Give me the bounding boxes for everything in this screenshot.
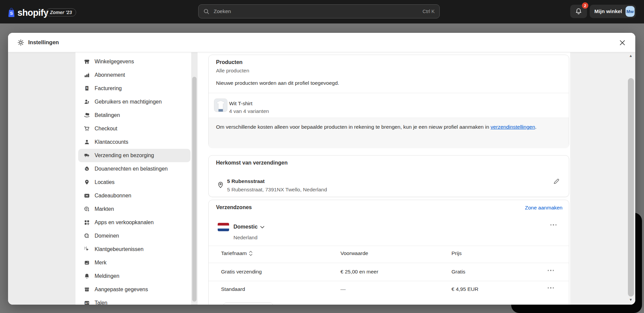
- sidebar-item-checkout[interactable]: Checkout: [78, 122, 191, 135]
- sidebar-item-customer-accounts[interactable]: Klantaccounts: [78, 135, 191, 149]
- rate-price-cell: € 4,95 EUR: [451, 286, 478, 292]
- sidebar-item-label: Merk: [95, 260, 107, 266]
- create-zone-link[interactable]: Zone aanmaken: [525, 205, 562, 211]
- product-variants: 4 van 4 varianten: [229, 108, 269, 114]
- svg-text:$: $: [86, 86, 88, 89]
- sidebar-item-store-details[interactable]: Winkelgegevens: [78, 55, 191, 68]
- shopify-wordmark: shopify: [17, 8, 48, 18]
- sidebar-item-label: Winkelgegevens: [95, 59, 134, 65]
- scroll-up-icon[interactable]: ▲: [629, 54, 633, 58]
- top-bar: S shopify Zomer '23 Ctrl K 2: [0, 0, 644, 23]
- shipping-settings-link[interactable]: verzendinstellingen: [491, 124, 535, 130]
- chevron-down-icon: [260, 226, 264, 229]
- shipping-zones-card: Verzendzones Zone aanmaken Domestic Nede…: [208, 200, 569, 305]
- settings-modal: Instellingen Winkelgegevens Ab: [8, 33, 635, 305]
- sidebar-item-label: Markten: [95, 206, 114, 212]
- sidebar-item-apps-channels[interactable]: Apps en verkoopkanalen: [78, 216, 191, 229]
- sidebar-item-duties-taxes[interactable]: % Douanerechten en belastingen: [78, 162, 191, 176]
- sidebar-item-notifications[interactable]: Meldingen: [78, 269, 191, 283]
- product-thumbnail: [214, 99, 227, 112]
- sidebar-item-label: Verzending en bezorging: [95, 152, 154, 159]
- origin-location-name: 5 Rubensstraat: [227, 178, 265, 184]
- sidebar-item-label: Meldingen: [95, 273, 119, 279]
- notifications-button[interactable]: 2: [570, 5, 587, 18]
- sort-icon: [249, 251, 253, 256]
- search-icon: [203, 8, 210, 15]
- global-search[interactable]: Ctrl K: [198, 4, 440, 18]
- products-note: Nieuwe producten worden aan dit profiel …: [216, 80, 339, 86]
- brand-image-icon: [84, 260, 90, 266]
- rate-condition-cell: € 25,00 en meer: [340, 269, 378, 275]
- rate-more-menu-icon[interactable]: [546, 286, 555, 290]
- zone-name-toggle[interactable]: Domestic: [233, 224, 264, 230]
- edit-origin-pencil-icon[interactable]: [553, 178, 560, 186]
- zone-region: Nederland: [233, 235, 258, 241]
- origin-card-title: Herkomst van verzendingen: [216, 160, 287, 166]
- search-input[interactable]: [213, 8, 423, 15]
- column-header-rate-name[interactable]: Tariefnaam: [221, 250, 253, 256]
- sidebar-item-label: Locaties: [95, 179, 115, 185]
- search-shortcut: Ctrl K: [423, 9, 435, 14]
- sidebar-item-markets[interactable]: $ Markten: [78, 202, 191, 216]
- plan-steps-icon: [84, 72, 90, 78]
- sidebar-item-custom-data[interactable]: Aangepaste gegevens: [78, 283, 191, 296]
- sidebar-item-users-permissions[interactable]: Gebruikers en machtigingen: [78, 95, 191, 109]
- version-badge: Zomer '23: [46, 8, 76, 16]
- products-card-title: Producten: [216, 59, 243, 65]
- store-menu-button[interactable]: Mijn winkel Mw: [590, 5, 636, 18]
- sidebar-item-shipping-delivery[interactable]: Verzending en bezorging: [78, 149, 191, 162]
- person-icon: [84, 139, 90, 145]
- origin-location-address: 5 Rubensstraat, 7391NX Twello, Nederland: [227, 187, 327, 193]
- sidebar-item-brand[interactable]: Merk: [78, 256, 191, 269]
- users-key-icon: [84, 99, 90, 105]
- settings-modal-body: Winkelgegevens Abonnement $ Facturering …: [8, 52, 635, 305]
- close-icon[interactable]: [617, 38, 627, 48]
- column-header-price: Prijs: [451, 250, 462, 256]
- rate-more-menu-icon[interactable]: [546, 268, 555, 272]
- billing-icon: $: [84, 85, 90, 91]
- location-pin-icon: [84, 179, 90, 185]
- truck-icon: [84, 152, 90, 159]
- notification-count-badge: 2: [582, 2, 588, 9]
- languages-icon: A: [84, 300, 90, 305]
- sidebar-item-plan[interactable]: Abonnement: [78, 68, 191, 82]
- zone-more-menu-icon[interactable]: [549, 223, 558, 227]
- sidebar-item-label: Cadeaubonnen: [95, 193, 131, 199]
- sidebar-item-gift-cards[interactable]: Cadeaubonnen: [78, 189, 191, 202]
- sidebar-item-payments[interactable]: Betalingen: [78, 109, 191, 122]
- add-rate-button-partial[interactable]: [223, 303, 273, 305]
- left-gutter: [8, 52, 75, 305]
- sidebar-item-locations[interactable]: Locaties: [78, 176, 191, 189]
- store-icon: [84, 59, 90, 65]
- footer-note-text: Om verschillende kosten alleen voor bepa…: [216, 124, 491, 130]
- markets-globe-icon: $: [84, 206, 90, 212]
- sidebar-item-label: Betalingen: [95, 112, 120, 118]
- shipping-origin-card: Herkomst van verzendingen 5 Rubensstraat…: [208, 155, 569, 197]
- sidebar-item-languages[interactable]: A Talen: [78, 296, 191, 305]
- sidebar-item-customer-events[interactable]: Klantgebeurtenissen: [78, 243, 191, 256]
- sidebar-item-label: Klantaccounts: [95, 139, 128, 145]
- main-scrollbar-thumb[interactable]: [628, 78, 634, 297]
- sidebar-item-billing[interactable]: $ Facturering: [78, 82, 191, 95]
- scroll-down-icon[interactable]: ▼: [629, 298, 633, 302]
- sidebar-item-label: Klantgebeurtenissen: [95, 246, 144, 252]
- settings-sidebar: Winkelgegevens Abonnement $ Facturering …: [75, 52, 191, 305]
- sidebar-item-label: Facturering: [95, 85, 122, 91]
- sidebar-item-domains[interactable]: Domeinen: [78, 229, 191, 243]
- sidebar-item-label: Talen: [95, 300, 107, 305]
- cart-icon: [84, 126, 90, 132]
- store-name: Mijn winkel: [594, 8, 622, 14]
- sidebar-item-label: Checkout: [95, 126, 117, 132]
- svg-text:S: S: [10, 11, 13, 16]
- settings-modal-header: Instellingen: [8, 33, 635, 52]
- products-card: Producten Alle producten Nieuwe producte…: [208, 55, 569, 148]
- svg-text:$: $: [88, 209, 89, 212]
- sidebar-scrollbar[interactable]: [191, 52, 198, 305]
- netherlands-flag-icon: [218, 223, 229, 231]
- rate-name-cell: Standaard: [221, 286, 245, 292]
- sidebar-scrollbar-thumb[interactable]: [192, 77, 197, 302]
- settings-nav: Winkelgegevens Abonnement $ Facturering …: [78, 55, 191, 305]
- rate-condition-cell: —: [340, 286, 346, 292]
- gift-card-icon: [84, 193, 90, 199]
- column-header-condition: Voorwaarde: [340, 250, 368, 256]
